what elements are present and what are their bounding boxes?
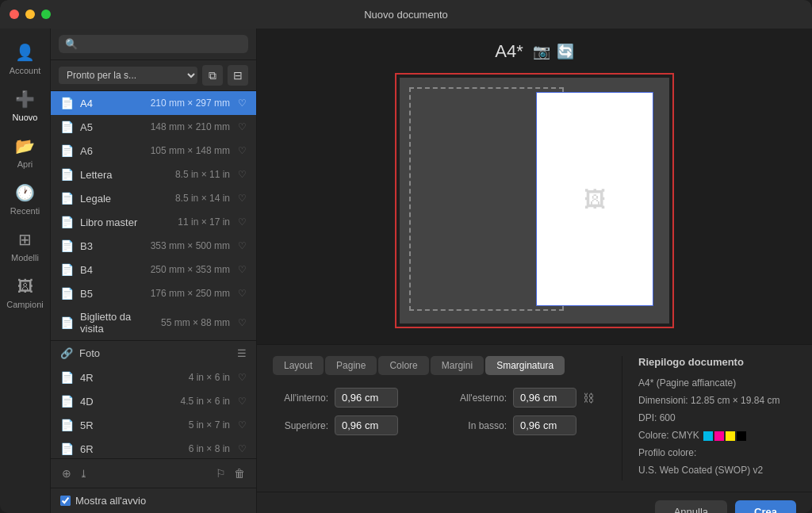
color-chips [703,431,746,441]
tabs-row: LayoutPagineColoreMarginiSmarginatura [273,356,606,375]
summary-line2: Dimensioni: 12.85 cm × 19.84 cm [638,393,796,408]
summary-profile-label: Profilo colore: [638,446,796,460]
canvas-bg: 🖼 [400,78,669,323]
basso-input[interactable] [513,415,576,435]
bottom-section: LayoutPagineColoreMarginiSmarginatura Al… [257,344,812,492]
canvas-container: 🖼 [395,73,674,328]
filter-bar: Pronto per la s... ⧉ ⊟ [51,60,256,91]
doc-item[interactable]: 📄B3353 mm × 500 mm♡ [51,234,256,258]
tab-margini[interactable]: Margini [431,356,484,375]
cancel-button[interactable]: Annulla [655,500,727,513]
doc-item[interactable]: 📄B5176 mm × 250 mm♡ [51,281,256,305]
page-placeholder-icon: 🖼 [584,186,606,212]
nav-item-recenti[interactable]: 🕐Recenti [3,177,48,220]
doc-panel: 🔍 Pronto per la s... ⧉ ⊟ 📄A4210 mm × 297… [51,29,257,513]
canvas-red-border: 🖼 [395,73,674,328]
show-startup-label: Mostra all'avvio [75,495,146,507]
preview-title-icons: 📷 🔄 [533,43,574,60]
color-chip-3 [737,431,746,441]
link-icon[interactable]: ⛓ [583,392,594,404]
field-row-basso: In basso: [451,415,606,435]
window-controls[interactable] [10,10,51,19]
preview-title: A4* 📷 🔄 [495,41,573,62]
create-button[interactable]: Crea [735,500,796,513]
nav-item-campioni[interactable]: 🖼Campioni [3,270,48,314]
summary-color: Colore: CMYK [638,428,796,442]
basso-label: In basso: [451,420,507,431]
nav-sidebar: 👤Account➕Nuovo📂Apri🕐Recenti⊞Modelli🖼Camp… [0,29,51,513]
superiore-label: Superiore: [273,420,328,431]
filter-select[interactable]: Pronto per la s... [59,67,197,84]
add-template-btn[interactable]: ⊕ [60,465,73,481]
recenti-icon: 🕐 [14,182,36,204]
superiore-input[interactable] [335,415,398,435]
copy-icon-btn[interactable]: ⧉ [202,65,223,86]
doc-item[interactable]: 📄Legale8.5 in × 14 in♡ [51,186,256,210]
field-row-superiore: Superiore: [273,415,427,435]
delete-btn[interactable]: 🗑 [232,465,247,481]
color-chip-0 [703,431,713,441]
color-chip-2 [726,431,735,441]
import-btn[interactable]: ⤓ [78,466,90,481]
action-bar: Annulla Crea [257,492,812,513]
tab-colore[interactable]: Colore [378,356,428,375]
camera-icon[interactable]: 📷 [533,43,550,60]
close-button[interactable] [10,10,19,19]
esterno-label: All'esterno: [451,392,507,404]
search-bar: 🔍 [51,29,256,60]
page-preview: 🖼 [536,92,653,306]
search-icon: 🔍 [65,38,78,50]
category-foto-header[interactable]: 🔗Foto☰ [51,340,256,366]
panel-footer: ⊕ ⤓ ⚐ 🗑 [51,458,256,488]
nav-item-apri[interactable]: 📂Apri [3,130,48,174]
modelli-icon: ⊞ [14,228,36,251]
tab-layout[interactable]: Layout [273,356,324,375]
search-input[interactable] [82,38,242,50]
account-icon: 👤 [14,41,36,63]
doc-item-foto[interactable]: 📄6R6 in × 8 in♡ [51,437,256,458]
campioni-icon: 🖼 [14,275,36,297]
interno-label: All'interno: [273,392,328,404]
summary-profile-value: U.S. Web Coated (SWOP) v2 [638,463,796,477]
preview-title-text: A4* [495,41,523,62]
tab-smarginatura[interactable]: Smarginatura [485,356,565,375]
refresh-icon[interactable]: 🔄 [557,43,574,60]
doc-list: 📄A4210 mm × 297 mm♡📄A5148 mm × 210 mm♡📄A… [51,91,256,458]
show-startup-checkbox[interactable] [60,496,71,506]
doc-item[interactable]: 📄A4210 mm × 297 mm♡ [51,91,256,115]
nav-item-modelli[interactable]: ⊞Modelli [3,224,48,267]
color-chip-1 [714,431,724,441]
tab-pagine[interactable]: Pagine [325,356,377,375]
grid-icon-btn[interactable]: ⊟ [228,65,248,86]
doc-item[interactable]: 📄Libro master11 in × 17 in♡ [51,210,256,234]
show-startup-row: Mostra all'avvio [51,488,256,513]
doc-item-foto[interactable]: 📄4D4.5 in × 6 in♡ [51,389,256,413]
window-title: Nuovo documento [364,9,448,21]
interno-input[interactable] [335,388,398,408]
apri-icon: 📂 [14,135,36,157]
doc-item[interactable]: 📄B4250 mm × 353 mm♡ [51,258,256,281]
maximize-button[interactable] [41,10,51,19]
field-row-esterno: All'esterno: ⛓ [451,388,606,408]
field-row-interno: All'interno: [273,388,427,408]
settings-left: LayoutPagineColoreMarginiSmarginatura Al… [273,356,606,480]
minimize-button[interactable] [25,10,35,19]
summary-line1: A4* (Pagine affiancate) [638,376,796,390]
nav-item-account[interactable]: 👤Account [3,36,48,80]
search-input-wrap: 🔍 [59,35,248,53]
nav-item-nuovo[interactable]: ➕Nuovo [3,83,48,127]
main-layout: 👤Account➕Nuovo📂Apri🕐Recenti⊞Modelli🖼Camp… [0,29,812,513]
trash-icon-btn[interactable]: ⚐ [214,465,228,481]
doc-item[interactable]: 📄Lettera8.5 in × 11 in♡ [51,163,256,186]
summary-panel: Riepilogo documento A4* (Pagine affianca… [622,356,796,480]
summary-line3: DPI: 600 [638,411,796,425]
doc-item[interactable]: 📄Biglietto da visita55 mm × 88 mm♡ [51,305,256,340]
doc-item-foto[interactable]: 📄5R5 in × 7 in♡ [51,413,256,437]
nuovo-icon: ➕ [14,88,36,110]
preview-area: A4* 📷 🔄 🖼 [257,29,812,344]
titlebar: Nuovo documento [0,0,812,29]
doc-item[interactable]: 📄A6105 mm × 148 mm♡ [51,139,256,163]
esterno-input[interactable] [513,388,576,408]
doc-item-foto[interactable]: 📄4R4 in × 6 in♡ [51,366,256,389]
doc-item[interactable]: 📄A5148 mm × 210 mm♡ [51,115,256,139]
